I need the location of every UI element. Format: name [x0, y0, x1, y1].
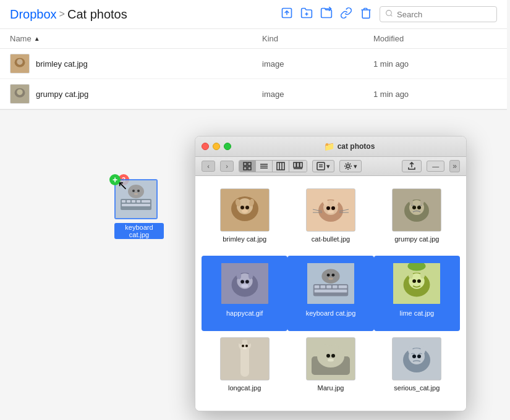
- finder-thumb-lime: [392, 262, 441, 305]
- delete-icon[interactable]: [360, 7, 372, 22]
- cover-flow-button[interactable]: [289, 161, 307, 172]
- icon-view-button[interactable]: [239, 161, 256, 172]
- svg-point-11: [17, 90, 22, 95]
- file-modified-grumpy: 1 min ago: [373, 90, 497, 99]
- maximize-button[interactable]: [224, 143, 231, 150]
- column-view-button[interactable]: [273, 161, 289, 172]
- svg-point-99: [331, 354, 335, 358]
- finder-item-name-serious: serious_cat.jpg: [394, 384, 440, 392]
- svg-rect-15: [248, 167, 251, 170]
- file-thumb-brimley: [10, 54, 30, 74]
- finder-item-maru[interactable]: Maru.jpg: [287, 331, 373, 405]
- svg-rect-23: [297, 162, 299, 167]
- svg-point-118: [137, 190, 140, 192]
- more-button[interactable]: »: [449, 160, 460, 172]
- header-actions: [281, 6, 497, 22]
- drag-thumb: [114, 179, 158, 219]
- search-icon: [385, 9, 393, 19]
- finder-item-name-grumpy: grumpy cat.jpg: [394, 235, 439, 243]
- file-thumb-grumpy: [10, 84, 30, 104]
- breadcrumb-dropbox[interactable]: Dropbox: [10, 7, 57, 22]
- svg-point-56: [417, 206, 421, 209]
- finder-thumb-grumpy: [392, 188, 441, 232]
- svg-rect-22: [294, 162, 296, 167]
- finder-item-keyboard[interactable]: keyboard cat.jpg: [287, 256, 373, 330]
- list-view-button[interactable]: [256, 161, 273, 172]
- minimize-button[interactable]: [213, 143, 220, 150]
- col-name-header[interactable]: Name ▲: [10, 34, 262, 43]
- svg-rect-21: [277, 162, 284, 170]
- finder-thumb-longcat: [220, 337, 270, 380]
- finder-thumb-serious: [392, 337, 441, 380]
- file-name-grumpy: grumpy cat.jpg: [36, 90, 262, 99]
- finder-item-name-lime: lime cat.jpg: [397, 309, 437, 317]
- file-name-brimley: brimley cat.jpg: [36, 59, 262, 69]
- svg-rect-72: [315, 290, 347, 293]
- svg-line-5: [391, 15, 392, 16]
- svg-point-98: [326, 354, 330, 358]
- svg-point-82: [412, 280, 416, 284]
- finder-item-lime[interactable]: lime cat.jpg: [374, 256, 460, 330]
- svg-point-37: [242, 209, 248, 213]
- folder-link-icon[interactable]: [320, 7, 333, 22]
- traffic-lights: [202, 143, 231, 150]
- svg-point-106: [412, 355, 416, 358]
- table-row[interactable]: grumpy cat.jpg image 1 min ago: [0, 79, 507, 109]
- finder-thumb-keyboard: [306, 262, 355, 305]
- action-button[interactable]: ▾: [339, 160, 362, 172]
- search-box[interactable]: [380, 6, 497, 22]
- svg-rect-24: [300, 162, 302, 167]
- file-modified-brimley: 1 min ago: [373, 59, 497, 69]
- folder-title-icon: 📁: [324, 141, 334, 151]
- svg-point-62: [240, 280, 244, 284]
- svg-point-90: [242, 345, 244, 347]
- svg-rect-12: [244, 162, 247, 166]
- forward-button[interactable]: ›: [220, 161, 234, 172]
- close-button[interactable]: [202, 143, 209, 150]
- finder-item-name-catbullet: cat-bullet.jpg: [312, 235, 350, 243]
- finder-item-happycat[interactable]: happycat.gif: [202, 256, 287, 330]
- svg-point-4: [386, 10, 392, 16]
- svg-point-91: [245, 345, 248, 347]
- svg-point-43: [326, 206, 330, 210]
- back-button[interactable]: ‹: [202, 161, 215, 172]
- svg-rect-13: [248, 162, 251, 166]
- col-kind-header[interactable]: Kind: [262, 34, 373, 43]
- finder-item-name-maru: Maru.jpg: [318, 384, 344, 392]
- sort-arrow: ▲: [34, 35, 40, 42]
- upload-icon[interactable]: [281, 7, 293, 22]
- svg-point-63: [245, 280, 249, 284]
- finder-titlebar: 📁 cat photos: [195, 136, 466, 157]
- finder-item-grumpy[interactable]: grumpy cat.jpg: [374, 182, 460, 256]
- finder-item-serious[interactable]: serious_cat.jpg: [374, 331, 460, 405]
- table-row[interactable]: brimley cat.jpg image 1 min ago: [0, 49, 507, 79]
- breadcrumb-current: Cat photos: [67, 7, 127, 22]
- svg-rect-67: [315, 285, 320, 288]
- link-share-icon[interactable]: [340, 7, 352, 22]
- file-kind-grumpy: image: [262, 90, 373, 99]
- finder-item-longcat[interactable]: longcat.jpg: [202, 331, 287, 405]
- finder-item-brimley[interactable]: brimley cat.jpg: [202, 182, 287, 256]
- svg-point-44: [331, 206, 335, 210]
- springload-button[interactable]: —: [427, 161, 444, 172]
- arrange-button[interactable]: ▾: [312, 160, 334, 172]
- finder-item-catbullet[interactable]: cat-bullet.jpg: [287, 182, 373, 256]
- breadcrumb-separator: >: [59, 9, 65, 20]
- svg-point-35: [240, 206, 244, 209]
- breadcrumb: Dropbox > Cat photos: [10, 7, 127, 22]
- svg-point-83: [417, 280, 421, 284]
- drag-item: + 3 keyboard cat.jpg: [114, 179, 164, 239]
- svg-rect-113: [137, 200, 140, 203]
- search-input[interactable]: [397, 10, 491, 19]
- svg-rect-111: [127, 200, 130, 203]
- svg-rect-110: [122, 200, 125, 203]
- finder-item-name-keyboard: keyboard cat.jpg: [304, 309, 359, 317]
- finder-title: 📁 cat photos: [239, 141, 460, 151]
- col-modified-header[interactable]: Modified: [373, 34, 497, 43]
- svg-point-119: [134, 193, 138, 195]
- finder-thumb-catbullet: [306, 188, 355, 232]
- finder-thumb-maru: [306, 337, 355, 380]
- new-folder-icon[interactable]: [300, 7, 313, 22]
- share-button[interactable]: [402, 160, 422, 172]
- drag-plus-badge: +: [109, 174, 121, 185]
